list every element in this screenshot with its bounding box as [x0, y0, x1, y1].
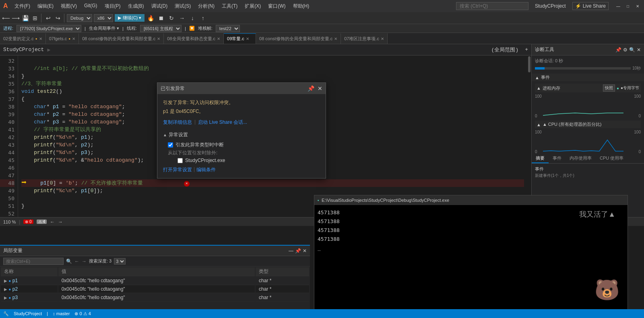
menu-project[interactable]: 项目(P) [101, 2, 124, 10]
diag-close-icon[interactable]: ✕ [637, 47, 641, 53]
fire-btn[interactable]: 🔥 [146, 14, 155, 23]
liveshare-link[interactable]: 启动 Live Share 会话... [198, 119, 247, 126]
editor-scrollbar[interactable] [527, 55, 531, 217]
project-exception-checkbox[interactable] [178, 158, 183, 163]
locals-pin-icon[interactable]: 📌 [295, 248, 301, 254]
tab-08global-close[interactable]: ✕ [217, 37, 220, 41]
diag-tab-summary[interactable]: 摘要 [532, 154, 549, 163]
cpu-header[interactable]: ▲ ▲ CPU (所有处理器的百分比) [535, 121, 641, 128]
menu-file[interactable]: 文件(F) [11, 2, 33, 10]
toolbar-redo-btn[interactable]: ↪ [54, 14, 62, 23]
col-value: 值 [58, 267, 255, 276]
stop-btn[interactable]: ⏹ [157, 14, 165, 23]
menu-view[interactable]: 视图(V) [58, 2, 80, 10]
status-debug-icon: 🔧 [3, 311, 9, 316]
locals-panel: 局部变量 — 📌 ✕ 🔍 ← → 搜索深度: 3 324 名称 值 类型 ▶ [0, 245, 310, 309]
toolbar-fwd-btn[interactable]: ⟶ [11, 14, 20, 23]
platform-select[interactable]: x86 [94, 14, 113, 22]
copy-details-link[interactable]: 复制详细信息 [163, 119, 192, 126]
tab-08const2[interactable]: 08 const修饰的全局变量和局部变量.c ✕ [256, 33, 341, 44]
expand-arrow-icon[interactable]: ▶ [4, 295, 7, 300]
process-select[interactable]: [77920] StudyCProject.exe [17, 25, 81, 32]
lifecycle-btn[interactable]: 生命周期事件 ▾ [89, 25, 119, 31]
menu-build[interactable]: 生成(B) [125, 2, 147, 10]
exception-settings-header[interactable]: ▲ 异常设置 [163, 131, 320, 139]
menu-extensions[interactable]: 扩展(X) [242, 2, 264, 10]
status-git: ↕ master [53, 311, 70, 316]
step-into-btn[interactable]: ↓ [188, 14, 197, 23]
edit-conditions-link[interactable]: 编辑条件 [196, 166, 216, 173]
diag-tab-events[interactable]: 事件 [549, 154, 566, 163]
step-out-btn[interactable]: ↑ [198, 14, 207, 23]
continue-button[interactable]: ▶ 继续(C) ▾ [115, 14, 144, 22]
tab-08const[interactable]: 08 const修饰的全局变量和局部变量.c ✕ [79, 33, 164, 44]
code-line-32 [21, 57, 524, 65]
locals-close-icon[interactable]: ✕ [303, 248, 307, 254]
tab-07heap[interactable]: 07堆区注意事项.c ✕ [341, 33, 388, 44]
close-button[interactable]: ✕ [634, 3, 641, 9]
tab-08const2-close[interactable]: ✕ [334, 37, 337, 41]
menu-tools[interactable]: 工具(T) [219, 2, 241, 10]
bytes-label: ●专用字节 [621, 85, 639, 91]
add-watch-btn[interactable]: + [525, 47, 528, 53]
live-share-button[interactable]: ⚡ Live Share [572, 2, 609, 10]
var-icon: ● [8, 287, 11, 291]
menu-window[interactable]: 窗口(W) [265, 2, 289, 10]
toolbar-save-all-btn[interactable]: ⊞ [31, 14, 39, 23]
locals-minimize-icon[interactable]: — [289, 248, 293, 254]
maximize-button[interactable]: □ [625, 3, 631, 9]
memory-header[interactable]: ▲ 进程内存 快照 ● ●专用字节 [535, 84, 641, 92]
break-on-exception-checkbox[interactable] [168, 142, 173, 148]
step-over-btn[interactable]: → [178, 14, 186, 23]
menu-analyze[interactable]: 分析(N) [195, 2, 218, 10]
restart-btn[interactable]: ↻ [167, 14, 176, 23]
debug-config-select[interactable]: Debug [67, 14, 92, 22]
tab-08const-close[interactable]: ✕ [157, 37, 160, 41]
toolbar-back-btn[interactable]: ⟵ [2, 14, 10, 23]
depth-select[interactable]: 324 [114, 258, 126, 265]
nav-next-icon[interactable]: → [82, 259, 87, 264]
dialog-pin-icon[interactable]: 📌 [308, 85, 314, 92]
toolbar-undo-btn[interactable]: ↩ [44, 14, 53, 23]
warning-count: 4 [43, 220, 45, 224]
diag-pin-icon[interactable]: 📌 [615, 47, 621, 53]
dialog-close-icon[interactable]: ✕ [318, 85, 322, 92]
menu-edit[interactable]: 编辑(E) [34, 2, 57, 10]
snapshot-btn[interactable]: 快照 [603, 84, 615, 92]
settings-label: 异常设置 [169, 131, 188, 138]
events-section-header[interactable]: ▲ 事件 [532, 74, 644, 81]
minimize-button[interactable]: — [615, 3, 621, 9]
search-input[interactable] [456, 2, 528, 10]
diag-tab-cpu[interactable]: CPU 使用率 [596, 154, 627, 163]
tab-02-close[interactable]: ✕ [39, 37, 42, 41]
nav-prev-icon[interactable]: ← [74, 259, 79, 264]
nav-back-btn[interactable]: ← [50, 219, 55, 225]
menu-debug[interactable]: 调试(D) [148, 2, 171, 10]
tab-07fgets-close[interactable]: ✕ [72, 37, 75, 41]
toolbar-save-btn[interactable]: 💾 [21, 14, 30, 23]
exception-message-line2: p1 是 0x45C0FC。 [163, 108, 320, 115]
diag-tab-memory[interactable]: 内存使用率 [566, 154, 596, 163]
filter-icon: 🔽 [189, 26, 195, 31]
menu-git[interactable]: Git(G) [81, 2, 101, 10]
thread-select[interactable]: [65016] 主线程 [140, 25, 182, 32]
tab-09const-close[interactable]: ✕ [246, 37, 249, 41]
console-caption: 我又活了▲ [579, 209, 615, 219]
nav-fwd-btn[interactable]: → [58, 219, 63, 225]
open-settings-link[interactable]: 打开异常设置 [163, 166, 192, 173]
locals-search-input[interactable] [3, 258, 64, 265]
expand-arrow-icon[interactable]: ▶ [4, 287, 7, 291]
tab-08global[interactable]: 08全局变量和静态变量.c ✕ [164, 33, 224, 44]
expand-arrow-icon[interactable]: ▶ [4, 279, 7, 283]
toolbar-nav-group: ⟵ ⟶ 💾 ⊞ [2, 14, 41, 23]
diag-search-icon[interactable]: 🔍 [629, 47, 635, 53]
tab-02-variables[interactable]: 02变量的定义.c ● ✕ [0, 33, 46, 44]
tab-07heap-close[interactable]: ✕ [381, 37, 384, 41]
menu-test[interactable]: 测试(S) [171, 2, 194, 10]
menu-help[interactable]: 帮助(H) [290, 2, 313, 10]
tab-09const[interactable]: 09常量.c ✕ [224, 33, 256, 44]
editor-header: StudyCProject ▶ (全局范围) + [0, 44, 531, 55]
tab-07fgets[interactable]: 07fgets.c ● ✕ [46, 33, 79, 44]
stack-select[interactable]: test22 [216, 25, 240, 32]
diag-settings-icon[interactable]: ⚙ [623, 47, 627, 53]
